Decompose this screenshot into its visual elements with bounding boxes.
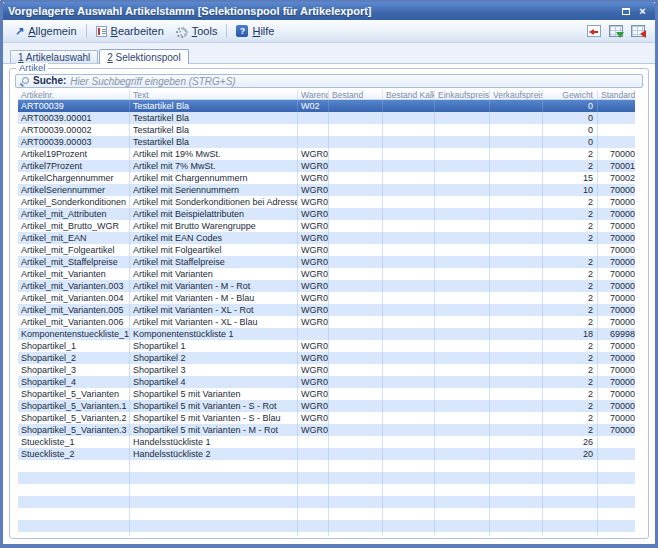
cell: [329, 436, 383, 448]
table-row[interactable]: Stueckliste_2Handelsstückliste 220: [18, 448, 635, 460]
cell: [490, 448, 543, 460]
table-row[interactable]: Artikel_mit_Varianten.004Artikel mit Var…: [18, 292, 635, 304]
table-row[interactable]: Artikel_mit_Varianten.006Artikel mit Var…: [18, 316, 635, 328]
menu-item-bearbeiten[interactable]: Bearbeiten: [90, 23, 170, 39]
tab-artikelauswahl[interactable]: 1 Artikelauswahl: [10, 50, 98, 63]
table-row[interactable]: Shopartikel_3Shopartikel 3WGR01270000: [18, 364, 635, 376]
cell: Artikel_mit_Folgeartikel: [18, 244, 130, 256]
cell: Shopartikel_5_Varianten.1: [18, 400, 130, 412]
column-header-8[interactable]: Standardlief: [598, 90, 635, 99]
table-row[interactable]: Artikel_mit_FolgeartikelArtikel mit Folg…: [18, 244, 635, 256]
menu-bar: ↗ Allgemein Bearbeiten Tools ? Hilfe: [3, 20, 655, 43]
cell: 70000: [598, 232, 635, 244]
cell: [329, 376, 383, 388]
table-row[interactable]: Artikel7ProzentArtikel mit 7% MwSt.WGR02…: [18, 160, 635, 172]
cell: Shopartikel 5 mit Varianten - S - Blau: [130, 412, 298, 424]
table-row[interactable]: Artikel_mit_StaffelpreiseArtikel mit Sta…: [18, 256, 635, 268]
title-bar[interactable]: Vorgelagerte Auswahl Artikelstamm [Selek…: [3, 2, 655, 20]
cell: Shopartikel_2: [18, 352, 130, 364]
cell: [298, 436, 329, 448]
cell: WGR01: [298, 268, 329, 280]
export-button[interactable]: [585, 23, 603, 39]
menu-item-tools[interactable]: Tools: [170, 23, 224, 39]
column-header-6[interactable]: Verkaufspreis: [490, 90, 543, 99]
table-row[interactable]: Shopartikel_5_Varianten.2Shopartikel 5 m…: [18, 412, 635, 424]
cell: [543, 484, 598, 496]
cell: Testartikel Bla: [130, 136, 298, 148]
menu-item-hilfe[interactable]: ? Hilfe: [230, 23, 280, 39]
column-header-3[interactable]: Bestand: [329, 90, 383, 99]
cell: [490, 160, 543, 172]
cell: [543, 244, 598, 256]
cell: [130, 508, 298, 520]
table-row[interactable]: ArtikelSeriennummerArtikel mit Seriennum…: [18, 184, 635, 196]
column-header-4[interactable]: Bestand Kalk.: [383, 90, 435, 99]
table-row[interactable]: Artikel_mit_Varianten.003Artikel mit Var…: [18, 280, 635, 292]
table-row[interactable]: Shopartikel_5_Varianten.3Shopartikel 5 m…: [18, 424, 635, 436]
search-bar[interactable]: Suche:: [15, 74, 643, 88]
column-header-2[interactable]: Wareng: [298, 90, 329, 99]
menu-separator: [86, 24, 87, 38]
table-row[interactable]: ART00039.00001Testartikel Bla0: [18, 112, 635, 124]
table-row[interactable]: Stueckliste_1Handelsstückliste 126: [18, 436, 635, 448]
cell: [490, 148, 543, 160]
restore-button[interactable]: [618, 5, 633, 18]
cell: 2: [543, 400, 598, 412]
table-body: ART00039Testartikel BlaW020ART00039.0000…: [18, 100, 635, 536]
table-row[interactable]: Artikel_mit_EANArtikel mit EAN CodesWGR0…: [18, 232, 635, 244]
table-row[interactable]: Artikel_mit_AttributenArtikel mit Beispi…: [18, 208, 635, 220]
cell: [490, 532, 543, 536]
cell: [435, 256, 490, 268]
cell: [383, 520, 435, 532]
menu-label: Bearbeiten: [111, 25, 164, 37]
search-input[interactable]: [70, 76, 638, 87]
cell: [435, 328, 490, 340]
table-row[interactable]: Artikel_mit_VariantenArtikel mit Variant…: [18, 268, 635, 280]
column-header-1[interactable]: Text: [130, 90, 298, 99]
table-row[interactable]: ART00039Testartikel BlaW020: [18, 100, 635, 112]
remove-from-pool-button[interactable]: [629, 23, 647, 39]
close-button[interactable]: ×: [635, 5, 650, 18]
cell: [543, 472, 598, 484]
cell: 2: [543, 292, 598, 304]
table-row[interactable]: Artikel_mit_Varianten.005Artikel mit Var…: [18, 304, 635, 316]
cell: [435, 280, 490, 292]
table-row[interactable]: Shopartikel_1Shopartikel 1WGR01270000: [18, 340, 635, 352]
cell: [490, 340, 543, 352]
table-row[interactable]: Shopartikel_2Shopartikel 2WGR01270000: [18, 352, 635, 364]
cell: 70000: [598, 268, 635, 280]
table-row[interactable]: Artikel_SonderkonditionenArtikel mit Son…: [18, 196, 635, 208]
cell: Shopartikel_1: [18, 340, 130, 352]
table-row[interactable]: ART00039.00002Testartikel Bla0: [18, 124, 635, 136]
column-header-0[interactable]: Artikelnr.: [18, 90, 130, 99]
table-row[interactable]: Artikel_mit_Brutto_WGRArtikel mit Brutto…: [18, 220, 635, 232]
edit-icon: [96, 26, 107, 37]
cell: [383, 184, 435, 196]
column-header-5[interactable]: Einkaufspreis: [435, 90, 490, 99]
table-row[interactable]: ART00039.00003Testartikel Bla0: [18, 136, 635, 148]
cell: [383, 364, 435, 376]
table-row[interactable]: Artikel19ProzentArtikel mit 19% MwSt.WGR…: [18, 148, 635, 160]
tab-selektionspool[interactable]: 2 Selektionspool: [99, 49, 188, 64]
cell: [435, 388, 490, 400]
cell: [598, 136, 635, 148]
search-label: Suche:: [33, 75, 66, 87]
cell: Handelsstückliste 2: [130, 448, 298, 460]
table-row[interactable]: Shopartikel_5_Varianten.1Shopartikel 5 m…: [18, 400, 635, 412]
table-row[interactable]: Komponentenstueckliste_1Komponentenstück…: [18, 328, 635, 340]
cell: [383, 484, 435, 496]
table-row[interactable]: Shopartikel_4Shopartikel 4WGR01270000: [18, 376, 635, 388]
cell: [329, 280, 383, 292]
menu-item-allgemein[interactable]: ↗ Allgemein: [9, 23, 83, 39]
cell: Shopartikel 5 mit Varianten - S - Rot: [130, 400, 298, 412]
cell: [298, 496, 329, 508]
cell: Artikel_mit_Attributen: [18, 208, 130, 220]
column-header-7[interactable]: Gewicht: [543, 90, 598, 99]
table-row[interactable]: ArtikelChargennummerArtikel mit Chargenn…: [18, 172, 635, 184]
cell: WGR01: [298, 376, 329, 388]
table-row[interactable]: Shopartikel_5_VariantenShopartikel 5 mit…: [18, 388, 635, 400]
add-to-pool-button[interactable]: [607, 23, 625, 39]
cell: 2: [543, 316, 598, 328]
cell: [435, 196, 490, 208]
cell: [490, 472, 543, 484]
